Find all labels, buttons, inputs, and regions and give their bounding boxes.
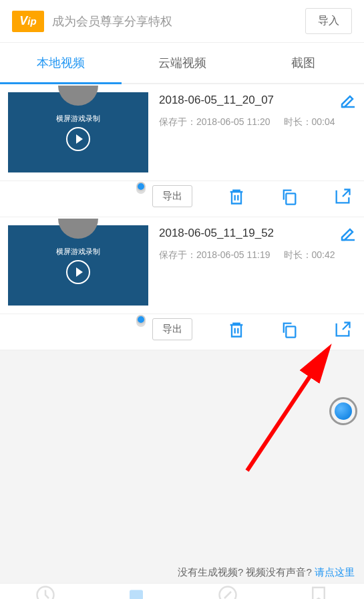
- saved-at: 保存于：2018-06-05 11:19: [159, 249, 270, 261]
- video-thumbnail[interactable]: 横屏游戏录制: [8, 92, 148, 172]
- video-thumbnail[interactable]: 横屏游戏录制: [8, 225, 148, 306]
- edit-icon[interactable]: [340, 225, 356, 241]
- nav-icon[interactable]: [309, 585, 329, 599]
- tab-screenshot[interactable]: 截图: [242, 43, 364, 83]
- svg-point-6: [219, 587, 236, 600]
- copy-icon[interactable]: [280, 320, 299, 339]
- tab-local-video[interactable]: 本地视频: [0, 43, 122, 83]
- export-button[interactable]: 导出: [152, 318, 192, 340]
- header: Vip 成为会员尊享分享特权 导入: [0, 0, 364, 43]
- svg-rect-5: [130, 590, 143, 600]
- edit-icon[interactable]: [340, 92, 356, 108]
- recording-indicator-icon: [136, 315, 146, 324]
- header-subtitle: 成为会员尊享分享特权: [52, 13, 305, 29]
- play-icon: [66, 260, 90, 284]
- thumb-label: 横屏游戏录制: [56, 247, 100, 257]
- empty-area: [0, 350, 364, 599]
- export-button[interactable]: 导出: [152, 185, 192, 207]
- vip-badge[interactable]: Vip: [12, 11, 44, 32]
- nav-icon[interactable]: [126, 585, 146, 599]
- import-button[interactable]: 导入: [305, 8, 352, 34]
- video-list: 横屏游戏录制 2018-06-05_11_20_07 保存于：2018-06-0…: [0, 84, 364, 350]
- record-icon: [335, 402, 352, 420]
- saved-at: 保存于：2018-06-05 11:20: [159, 116, 270, 128]
- tabs: 本地视频 云端视频 截图: [0, 43, 364, 84]
- svg-rect-1: [287, 326, 296, 337]
- duration: 时长：00:42: [284, 249, 335, 261]
- copy-icon[interactable]: [280, 187, 299, 206]
- play-icon: [66, 127, 90, 151]
- trash-icon[interactable]: [227, 320, 246, 339]
- trash-icon[interactable]: [227, 187, 246, 206]
- help-link[interactable]: 请点这里: [315, 566, 355, 578]
- svg-line-3: [247, 350, 327, 471]
- tab-cloud-video[interactable]: 云端视频: [122, 43, 243, 83]
- thumb-label: 横屏游戏录制: [56, 114, 100, 124]
- record-button[interactable]: [329, 397, 357, 425]
- video-title: 2018-06-05_11_19_52: [159, 227, 274, 240]
- video-title: 2018-06-05_11_20_07: [159, 94, 274, 107]
- video-item: 横屏游戏录制 2018-06-05_11_19_52 保存于：2018-06-0…: [0, 217, 364, 350]
- nav-icon[interactable]: [218, 585, 238, 599]
- svg-rect-0: [287, 193, 296, 204]
- bottom-nav: [0, 583, 364, 599]
- footer-help: 没有生成视频? 视频没有声音? 请点这里: [178, 566, 355, 579]
- duration: 时长：00:04: [284, 116, 335, 128]
- share-icon[interactable]: [333, 187, 352, 206]
- annotation-arrow-icon: [234, 344, 341, 477]
- share-icon[interactable]: [333, 320, 352, 339]
- recording-indicator-icon: [136, 182, 146, 191]
- nav-icon[interactable]: [35, 585, 55, 599]
- video-item: 横屏游戏录制 2018-06-05_11_20_07 保存于：2018-06-0…: [0, 84, 364, 217]
